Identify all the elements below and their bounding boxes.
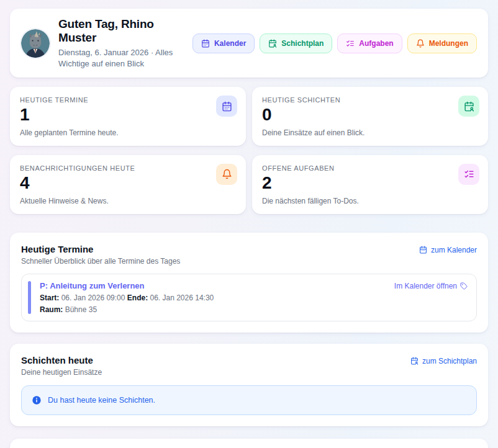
tag-icon: [460, 282, 468, 290]
stat-value: 1: [20, 105, 236, 125]
schichtplan-button[interactable]: Schichtplan: [260, 34, 332, 53]
appointment-room: Raum: Bühne 35: [40, 305, 214, 314]
meldungen-button-label: Meldungen: [429, 39, 468, 48]
notifications-section: Benachrichtigungen heute Wichtige Meldun…: [10, 439, 488, 448]
stat-value: 2: [262, 174, 478, 193]
kalender-button[interactable]: Kalender: [192, 34, 255, 53]
calendar-icon: [419, 246, 427, 254]
aufgaben-button-label: Aufgaben: [359, 39, 393, 48]
list-checks-icon: [458, 164, 479, 185]
meldungen-button[interactable]: Meldungen: [407, 34, 477, 53]
start-value: 06. Jan 2026 09:00: [61, 293, 125, 302]
no-shifts-alert: Du hast heute keine Schichten.: [21, 385, 477, 415]
stat-card-benachrichtigungen: BENACHRICHTIGUNGEN HEUTE 4 Aktuelle Hinw…: [10, 155, 246, 214]
appointments-header: Heutige Termine Schneller Überblick über…: [21, 244, 477, 266]
kalender-button-label: Kalender: [214, 39, 246, 48]
header-text: Guten Tag, Rhino Muster Dienstag, 6. Jan…: [58, 17, 192, 69]
room-value: Bühne 35: [65, 305, 97, 314]
calendar-user-icon: [458, 96, 479, 117]
stat-label: OFFENE AUFGABEN: [262, 164, 478, 172]
stat-value: 0: [262, 105, 478, 125]
stat-label: BENACHRICHTIGUNGEN HEUTE: [20, 164, 236, 172]
zum-schichtplan-link[interactable]: zum Schichtplan: [410, 357, 477, 365]
appointments-section: Heutige Termine Schneller Überblick über…: [10, 233, 488, 333]
appointment-title-link[interactable]: P: Anleitung zum Verlernen: [40, 281, 214, 290]
zum-kalender-link-label: zum Kalender: [431, 246, 477, 254]
zum-schichtplan-link-label: zum Schichtplan: [422, 357, 477, 365]
schichtplan-button-label: Schichtplan: [281, 39, 324, 48]
stat-description: Deine Einsätze auf einen Blick.: [262, 128, 478, 137]
appointment-times: Start: 06. Jan 2026 09:00 Ende: 06. Jan …: [40, 293, 214, 302]
stat-label: HEUTIGE SCHICHTEN: [262, 96, 478, 104]
stat-label: HEUTIGE TERMINE: [20, 96, 236, 104]
dashboard-page: Guten Tag, Rhino Muster Dienstag, 6. Jan…: [0, 0, 498, 448]
open-in-calendar-link[interactable]: Im Kalender öffnen: [394, 282, 468, 290]
stat-card-offene-aufgaben: OFFENE AUFGABEN 2 Die nächsten fälligen …: [252, 155, 488, 214]
stat-card-heutige-termine: HEUTIGE TERMINE 1 Alle geplanten Termine…: [10, 87, 246, 146]
page-subtitle: Dienstag, 6. Januar 2026 · Alles Wichtig…: [58, 47, 192, 69]
aufgaben-button[interactable]: Aufgaben: [337, 34, 402, 53]
zum-kalender-link[interactable]: zum Kalender: [419, 246, 477, 254]
appointment-item: P: Anleitung zum Verlernen Start: 06. Ja…: [21, 274, 477, 321]
calendar-user-icon: [268, 39, 277, 48]
end-label: Ende:: [127, 293, 148, 302]
appointment-accent-bar: [28, 281, 31, 314]
shifts-subtitle: Deine heutigen Einsätze: [21, 368, 102, 377]
stats-grid: HEUTIGE TERMINE 1 Alle geplanten Termine…: [10, 87, 488, 214]
header-quick-actions: Kalender Schichtplan Aufgaben Meldungen: [192, 34, 477, 53]
page-title: Guten Tag, Rhino Muster: [58, 17, 192, 45]
stat-description: Die nächsten fälligen To-Dos.: [262, 197, 478, 205]
shifts-section: Schichten heute Deine heutigen Einsätze …: [10, 344, 488, 426]
stat-card-heutige-schichten: HEUTIGE SCHICHTEN 0 Deine Einsätze auf e…: [252, 87, 488, 146]
no-shifts-message: Du hast heute keine Schichten.: [48, 396, 155, 405]
shifts-header: Schichten heute Deine heutigen Einsätze …: [21, 355, 477, 377]
appointments-title: Heutige Termine: [21, 244, 180, 254]
stat-description: Aktuelle Hinweise & News.: [20, 197, 236, 205]
header-greeting-block: Guten Tag, Rhino Muster Dienstag, 6. Jan…: [21, 17, 192, 69]
room-label: Raum:: [40, 305, 63, 314]
calendar-icon: [201, 39, 210, 48]
calendar-icon: [216, 96, 237, 117]
shifts-title: Schichten heute: [21, 355, 102, 365]
appointments-subtitle: Schneller Überblick über alle Termine de…: [21, 257, 180, 266]
start-label: Start:: [40, 293, 59, 302]
appointment-details: P: Anleitung zum Verlernen Start: 06. Ja…: [40, 281, 214, 314]
stat-value: 4: [20, 174, 236, 193]
info-icon: [32, 395, 42, 405]
end-value: 06. Jan 2026 14:30: [150, 293, 214, 302]
user-avatar: [21, 29, 50, 58]
stat-description: Alle geplanten Termine heute.: [20, 128, 236, 137]
bell-icon: [216, 164, 237, 185]
header-card: Guten Tag, Rhino Muster Dienstag, 6. Jan…: [10, 9, 488, 78]
calendar-user-icon: [410, 357, 419, 365]
bell-icon: [416, 39, 425, 48]
open-in-calendar-label: Im Kalender öffnen: [394, 282, 457, 290]
list-checks-icon: [346, 39, 355, 48]
